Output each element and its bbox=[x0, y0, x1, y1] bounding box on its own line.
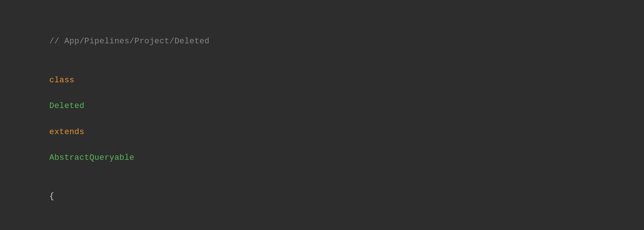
code-viewer: // App/Pipelines/Project/Deleted class D… bbox=[0, 0, 644, 230]
class-declaration-line: class Deleted extends AbstractQueryable bbox=[29, 61, 615, 177]
open-brace: { bbox=[50, 192, 55, 201]
method-declaration-line: protected function apply_filter ($builde… bbox=[29, 216, 615, 230]
comment-text: // App/Pipelines/Project/Deleted bbox=[50, 37, 210, 46]
class-keyword: class bbox=[50, 76, 74, 85]
class-name: Deleted bbox=[50, 101, 85, 111]
extends-keyword: extends bbox=[50, 127, 85, 137]
parent-class-name: AbstractQueryable bbox=[50, 153, 135, 162]
class-open-brace: { bbox=[29, 177, 615, 216]
comment-line: // App/Pipelines/Project/Deleted bbox=[29, 22, 615, 61]
